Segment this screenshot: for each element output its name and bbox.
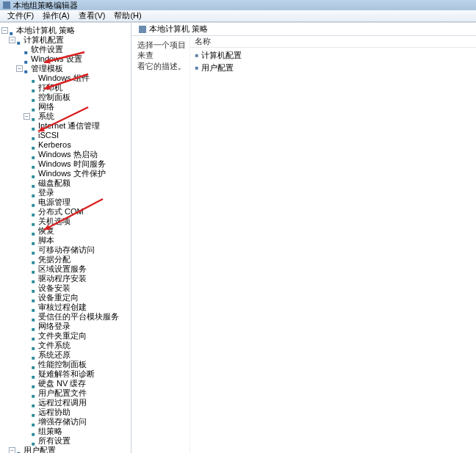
tree-node[interactable]: ■审核过程创建 [0,302,131,312]
tree-node[interactable]: ■硬盘 NV 缓存 [0,379,131,388]
tree-node[interactable]: ■Windows 设置 [0,54,131,64]
list-item[interactable]: ■计算机配置 [193,49,473,62]
menu-help[interactable]: 帮助(H) [109,10,145,21]
tree-node[interactable]: ■系统还原 [0,350,131,360]
tree-node[interactable]: ■脚本 [0,236,131,245]
tree-node[interactable]: ■驱动程序安装 [0,274,131,283]
collapse-icon[interactable]: − [1,27,8,34]
folder-icon: ■ [17,38,21,43]
spacer [24,371,30,377]
tree-node-label: 所有设置 [38,436,71,446]
item-list: 名称 ■计算机配置■用户配置 [190,36,476,453]
spacer [24,342,30,349]
tree-node[interactable]: ■控制面板 [0,93,131,102]
spacer [24,218,30,225]
tree-node-label: 驱动程序安装 [38,274,87,283]
tree-node[interactable]: ■Windows 热启动 [0,150,131,159]
tree-node-label: 疑难解答和诊断 [38,369,95,379]
menu-action[interactable]: 操作(A) [38,10,74,21]
tree-node-label: 设备安装 [38,283,71,293]
tree-node[interactable]: ■iSCSI [0,131,131,140]
tree-node[interactable]: ■Windows 文件保护 [0,169,131,178]
tree-node[interactable]: ■恢复 [0,226,131,236]
tree-node[interactable]: ■设备安装 [0,283,131,293]
spacer [24,256,30,263]
tree-node[interactable]: ■用户配置文件 [0,388,131,398]
spacer [24,237,30,244]
folder-icon: ■ [32,305,36,310]
tree-node-label: 远程过程调用 [38,398,87,407]
spacer [24,380,30,387]
tree-node[interactable]: ■所有设置 [0,436,131,446]
menu-file[interactable]: 文件(F) [3,10,38,21]
tree-node-label: 可移动存储访问 [38,245,95,255]
spacer [16,46,23,53]
tree-node[interactable]: −■系统 [0,112,131,121]
nav-tree[interactable]: −■本地计算机 策略−■计算机配置■软件设置■Windows 设置−■管理模板■… [0,23,131,453]
item-label: 计算机配置 [201,50,242,61]
menu-view[interactable]: 查看(V) [74,10,110,21]
tree-node-label: 网络 [38,102,54,112]
folder-icon: ■ [32,229,36,233]
tree-node[interactable]: ■文件系统 [0,341,131,350]
tree-node-label: 增强存储访问 [38,417,87,427]
tree-node[interactable]: ■Windows 组件 [0,73,131,83]
tree-node[interactable]: ■设备重定向 [0,293,131,302]
tree-node[interactable]: ■可移动存储访问 [0,245,131,255]
tree-node[interactable]: −■管理模板 [0,64,131,73]
tree-node[interactable]: ■增强存储访问 [0,417,131,427]
tree-node[interactable]: ■Kerberos [0,140,131,150]
collapse-icon[interactable]: − [9,37,15,43]
tree-node[interactable]: ■打印机 [0,83,131,93]
tree-node[interactable]: ■软件设置 [0,45,131,54]
folder-icon: ■ [32,124,36,128]
tree-node-label: 系统还原 [38,350,71,360]
tree-node-label: Windows 热启动 [38,150,98,159]
folder-icon: ■ [32,420,36,424]
spacer [24,104,30,110]
spacer [24,170,30,177]
folder-icon: ■ [32,210,36,214]
collapse-icon[interactable]: − [16,65,23,72]
tree-node[interactable]: ■登录 [0,188,131,197]
collapse-icon[interactable]: − [9,447,15,453]
tree-node[interactable]: ■组策略 [0,427,131,436]
folder-icon: ■ [32,382,36,386]
spacer [24,151,30,158]
tree-node-label: 性能控制面板 [38,360,87,369]
tree-node[interactable]: −■用户配置 [0,446,131,453]
tree-node-label: 文件系统 [38,341,71,350]
spacer [24,75,30,81]
tree-node[interactable]: ■电源管理 [0,197,131,207]
description-line1: 选择一个项目来查 [137,40,186,59]
tree-node[interactable]: ■网络登录 [0,322,131,331]
item-label: 用户配置 [201,62,234,73]
tree-node[interactable]: ■远程过程调用 [0,398,131,407]
tree-node[interactable]: ■凭据分配 [0,255,131,264]
tree-node-label: 控制面板 [38,93,71,102]
column-header-name[interactable]: 名称 [190,36,476,48]
tree-node[interactable]: ■分布式 COM [0,207,131,217]
tree-node[interactable]: ■疑难解答和诊断 [0,369,131,379]
tree-node[interactable]: ■磁盘配额 [0,178,131,188]
tree-node[interactable]: −■本地计算机 策略 [0,26,131,35]
folder-icon: ■ [32,115,36,119]
folder-icon: ■ [32,334,36,338]
tree-node[interactable]: ■Internet 通信管理 [0,121,131,131]
tree-node[interactable]: ■受信任的平台模块服务 [0,312,131,322]
tree-node[interactable]: ■Windows 时间服务 [0,159,131,169]
tree-node[interactable]: ■文件夹重定向 [0,331,131,341]
folder-icon: ■ [32,410,36,415]
folder-icon: ■ [24,67,29,71]
folder-icon: ■ [32,143,36,148]
tree-node-label: 脚本 [38,236,54,245]
collapse-icon[interactable]: − [24,113,30,120]
tree-node[interactable]: −■计算机配置 [0,35,131,45]
list-item[interactable]: ■用户配置 [193,62,473,74]
spacer [24,199,30,206]
tree-node[interactable]: ■区域设置服务 [0,264,131,274]
tree-node[interactable]: ■远程协助 [0,407,131,417]
tree-node[interactable]: ■关机选项 [0,217,131,226]
tree-node[interactable]: ■性能控制面板 [0,360,131,369]
tree-node[interactable]: ■网络 [0,102,131,112]
